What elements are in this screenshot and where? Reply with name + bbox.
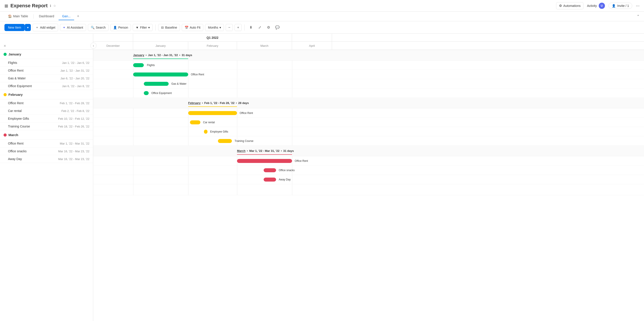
auto-fit-button[interactable]: 📅 Auto Fit (182, 24, 203, 31)
dot-filled: ● (146, 54, 147, 56)
list-item: Office Equipment Jan 6, '22 - Jan 8, '22 (0, 82, 93, 90)
dot-filled-4: ● (236, 102, 237, 104)
group-february-label: February (8, 93, 23, 96)
zoom-in-button[interactable]: + (234, 24, 242, 31)
chart-header: Q1 2022 December January February (93, 34, 644, 50)
app-title: Expense Report (10, 3, 48, 9)
filter-button[interactable]: ▼ Filter ▾ (133, 24, 153, 31)
dot-filled-2: ● (179, 54, 180, 56)
feb-bar-days: 28 days (238, 101, 249, 105)
automations-icon: ⚙ (559, 4, 562, 8)
tab-separator (33, 14, 34, 19)
months-chevron-icon: ▾ (220, 26, 221, 29)
app-icon: ▦ (4, 3, 8, 8)
header-left: ▦ Expense Report ℹ ☆ (4, 3, 56, 9)
february-group-bar-label: February ● Feb 1, '22 - Feb 28, '22 ● 28… (188, 101, 249, 105)
avatar: U (599, 3, 605, 9)
february-header: February (188, 42, 237, 50)
group-row-february: February (0, 90, 93, 99)
download-button[interactable]: ⬇ (247, 24, 254, 31)
filter-chevron-icon: ▾ (148, 26, 150, 29)
invite-label: Invite / 1 (617, 4, 629, 7)
chart-empty-row (93, 184, 644, 195)
chart-row-employee-gifts: Employee Gifts (93, 127, 644, 136)
chart-group-row-january: January ● Jan 1, '22 - Jan 31, '22 ● 31 … (93, 50, 644, 60)
zoom-out-button[interactable]: − (226, 24, 233, 31)
march-dot (4, 133, 7, 137)
automations-button[interactable]: ⚙ Automations (556, 2, 584, 9)
dot-filled-6: ● (281, 150, 282, 152)
march-group-bar-label: March ● Mar 1, '22 - Mar 31, '22 ● 31 da… (237, 149, 294, 153)
chart-row-training-course: Training Course (93, 136, 644, 146)
tab-gantt[interactable]: Gan... (58, 13, 74, 20)
chart-group-row-february: February ● Feb 1, '22 - Feb 28, '22 ● 28… (93, 98, 644, 108)
activity-label[interactable]: Activity (587, 4, 597, 7)
bar-label-office-rent-mar: Office Rent (295, 159, 308, 162)
add-tab-button[interactable]: + (75, 13, 81, 19)
months-label: Months (208, 26, 218, 29)
settings-button[interactable]: ⚙ (265, 24, 272, 31)
dot-filled-5: ● (247, 150, 248, 152)
header-right: ⚙ Automations Activity U 👤 Invite / 1 ··… (556, 2, 640, 9)
person-icon: 👤 (113, 26, 117, 29)
left-panel-header: ✕ (0, 34, 93, 50)
dot-filled-3: ● (202, 102, 203, 104)
bar-label-office-rent-feb: Office Rent (240, 111, 253, 115)
feb-bar-range: Feb 1, '22 - Feb 28, '22 (204, 101, 234, 105)
toolbar-separator-2 (244, 24, 244, 30)
quarter-row: Q1 2022 (93, 34, 644, 42)
collapse-left-panel-button[interactable]: ‹ (90, 42, 96, 49)
ai-assistant-button[interactable]: ✦ AI Assistant (60, 24, 86, 31)
chart-row-car-rental: Car rental (93, 118, 644, 127)
tab-dashboard[interactable]: Dashboard (35, 13, 58, 20)
march-group-underline (237, 154, 292, 155)
chart-body: January ● Jan 1, '22 - Jan 31, '22 ● 31 … (93, 50, 644, 195)
april-header: April (292, 42, 332, 50)
chart-row-gas-water: Gas & Water (93, 79, 644, 88)
baseline-button[interactable]: ⊟ Baseline (158, 24, 180, 31)
bar-label-office-equipment: Office Equipment (151, 92, 172, 95)
app-header: ▦ Expense Report ℹ ☆ ⚙ Automations Activ… (0, 0, 644, 11)
january-dot (4, 53, 7, 56)
tab-main-table[interactable]: 🏠 Main Table (4, 13, 32, 20)
add-widget-button[interactable]: ＋ Add widget (32, 24, 58, 31)
apr-quarter-spacer (292, 34, 332, 41)
close-panel-button[interactable]: ✕ (4, 44, 6, 48)
chart-row-office-rent-jan: Office Rent (93, 70, 644, 79)
star-icon[interactable]: ☆ (53, 4, 56, 7)
gantt-scrollable: Q1 2022 December January February (93, 34, 644, 195)
activity-section: Activity U (587, 3, 605, 9)
bar-label-office-rent-jan: Office Rent (191, 73, 204, 76)
group-row-march: March (0, 130, 93, 140)
search-icon: 🔍 (91, 26, 94, 29)
months-button[interactable]: Months ▾ (205, 24, 224, 31)
month-row: December January February March April (93, 42, 644, 50)
info-icon[interactable]: ℹ (50, 4, 51, 7)
tabs-bar: 🏠 Main Table Dashboard Gan... + ⌃ (0, 11, 644, 21)
february-dot (4, 93, 7, 96)
gantt-bar-office-rent-feb (188, 111, 237, 115)
search-button[interactable]: 🔍 Search (88, 24, 108, 31)
gantt-chart-panel: Q1 2022 December January February (93, 34, 644, 321)
mar-bar-range: Mar 1, '22 - Mar 31, '22 (249, 149, 280, 153)
gantt-bar-away-day (264, 178, 276, 182)
bar-label-employee-gifts: Employee Gifts (210, 130, 228, 133)
new-item-button[interactable]: New Item (4, 24, 25, 31)
december-header: December (93, 42, 133, 50)
collapse-button[interactable]: ⌃ (637, 14, 640, 18)
chart-row-office-rent-mar: Office Rent (93, 156, 644, 166)
invite-button[interactable]: 👤 Invite / 1 (608, 3, 632, 9)
automations-label: Automations (563, 4, 580, 7)
new-item-dropdown-button[interactable]: ▾ (25, 24, 31, 31)
person-button[interactable]: 👤 Person (110, 24, 131, 31)
more-options-button[interactable]: ··· (636, 3, 640, 8)
gantt-bar-office-snacks (264, 168, 276, 172)
chart-group-row-march: March ● Mar 1, '22 - Mar 31, '22 ● 31 da… (93, 146, 644, 156)
help-button[interactable]: 💬 (274, 24, 281, 31)
dec-quarter-spacer (93, 34, 133, 41)
add-widget-icon: ＋ (36, 25, 38, 29)
chart-row-office-snacks: Office snacks (93, 166, 644, 175)
expand-button[interactable]: ⤢ (256, 24, 263, 31)
list-item: Training Course Feb 18, '22 - Feb 26, '2… (0, 123, 93, 130)
main-table-icon: 🏠 (8, 14, 12, 18)
